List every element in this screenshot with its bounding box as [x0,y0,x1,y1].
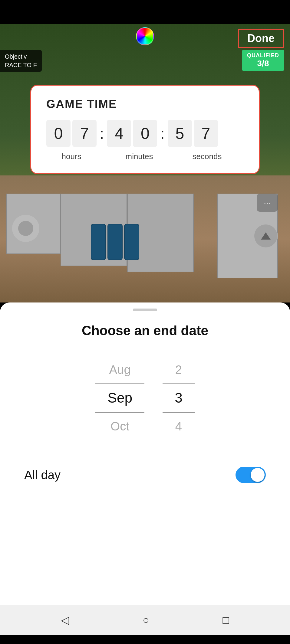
day-active[interactable]: 3 [163,383,195,413]
digit-1: 7 [72,120,97,147]
joystick-inner [18,221,33,236]
bottom-sheet: Choose an end date Aug Sep Oct 2 3 4 All… [0,302,290,605]
hours-label: hours [46,152,97,161]
minutes-label: minutes [114,152,164,161]
barrel-2 [107,224,123,260]
home-button[interactable]: ○ [143,614,149,626]
month-above[interactable]: Aug [97,356,143,383]
day-column[interactable]: 2 3 4 [163,356,195,440]
barrel-3 [124,224,139,260]
chat-icon: ··· [264,198,271,208]
game-time-popup: GAME TIME 0 7 : 4 0 : 5 7 hours minutes … [30,85,260,174]
color-wheel-icon [136,27,154,45]
back-button[interactable]: ◁ [61,614,69,626]
joystick[interactable] [12,215,39,242]
time-display: 0 7 : 4 0 : 5 7 [46,120,244,147]
time-labels: hours minutes seconds [46,152,244,161]
digit-5: 7 [194,120,218,147]
date-picker[interactable]: Aug Sep Oct 2 3 4 [18,356,272,440]
digit-0: 0 [46,120,71,147]
toggle-thumb [251,468,265,482]
game-top-bar: Done [0,24,290,48]
digit-3: 0 [133,120,157,147]
day-below[interactable]: 4 [163,413,194,440]
colon-1: : [98,124,105,142]
chat-button[interactable]: ··· [257,194,278,212]
qualified-badge: QUALIFIED 3/8 [242,50,284,71]
month-below[interactable]: Oct [98,413,141,440]
digit-2: 4 [107,120,131,147]
done-button[interactable]: Done [238,29,284,48]
objective-badge: Objectiv RACE TO F [0,50,42,72]
recent-button[interactable]: □ [222,614,229,626]
status-bar [0,0,290,24]
digit-4: 5 [168,120,192,147]
up-button[interactable] [254,224,278,248]
sheet-handle [133,309,157,311]
day-above[interactable]: 2 [163,356,194,383]
all-day-toggle[interactable] [236,467,266,483]
barrel-1 [91,224,106,260]
month-column[interactable]: Aug Sep Oct [95,356,144,440]
nav-bar: ◁ ○ □ [0,605,290,635]
all-day-label: All day [24,468,61,482]
game-area: Done Objectiv RACE TO F QUALIFIED 3/8 GA… [0,24,290,302]
game-time-title: GAME TIME [46,98,244,111]
sheet-title: Choose an end date [18,323,272,338]
colon-2: : [159,124,166,142]
up-arrow-icon [261,232,271,240]
month-active[interactable]: Sep [95,383,144,413]
seconds-label: seconds [182,152,232,161]
all-day-row: All day [18,458,272,492]
